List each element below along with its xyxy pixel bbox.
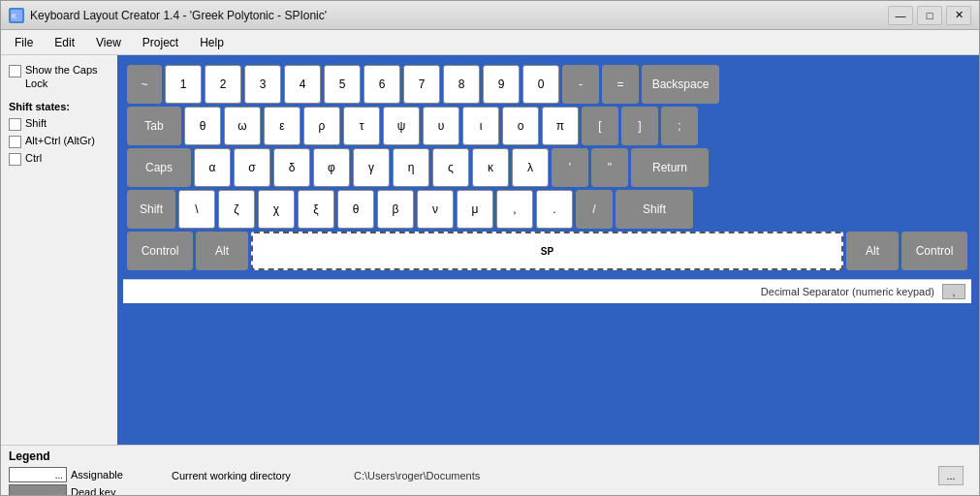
key-sigma[interactable]: σ [234, 148, 270, 187]
keyboard-container: ~ 1 2 3 4 5 6 7 8 9 0 - = Backspace Tab … [123, 61, 971, 277]
key-alt-right[interactable]: Alt [846, 232, 899, 270]
key-upsilon[interactable]: υ [423, 107, 459, 145]
menu-view[interactable]: View [86, 32, 131, 53]
cwd-browse-button[interactable]: ... [938, 466, 964, 485]
legend-title: Legend [9, 450, 164, 463]
caps-lock-checkbox[interactable] [9, 65, 21, 78]
minimize-button[interactable]: — [888, 6, 913, 25]
menu-help[interactable]: Help [190, 32, 234, 53]
decimal-label: Decimal Separator (numeric keypad) [761, 286, 934, 297]
keyboard-area: ~ 1 2 3 4 5 6 7 8 9 0 - = Backspace Tab … [117, 55, 979, 445]
key-2[interactable]: 2 [205, 65, 241, 104]
legend-items: ... Assignable ... Dead key ... Clipped … [9, 467, 164, 496]
key-space[interactable]: SP [251, 232, 843, 270]
key-shift-left[interactable]: Shift [127, 190, 175, 229]
key-tab[interactable]: Tab [127, 107, 181, 145]
key-iota[interactable]: ι [462, 107, 499, 145]
menu-bar: File Edit View Project Help [1, 30, 979, 55]
bottom-section: Legend ... Assignable ... Dead key ... C… [1, 445, 979, 496]
key-backspace[interactable]: Backspace [642, 65, 719, 104]
key-pi[interactable]: π [542, 107, 579, 145]
key-xi[interactable]: ξ [298, 190, 334, 229]
key-1[interactable]: 1 [165, 65, 202, 104]
key-backslash[interactable]: \ [178, 190, 215, 229]
key-row-2: Tab θ ω ε ρ τ ψ υ ι ο π [ ] ; [127, 107, 967, 145]
key-final-sigma[interactable]: ς [432, 148, 469, 187]
key-eta[interactable]: η [393, 148, 429, 187]
shift-states-section: Shift states: Shift Alt+Ctrl (AltGr) Ctr… [9, 101, 110, 166]
key-phi[interactable]: φ [313, 148, 350, 187]
deadkey-label: Dead key [71, 486, 115, 496]
key-period[interactable]: . [536, 190, 573, 229]
key-ctrl-left[interactable]: Control [127, 232, 193, 270]
altgr-label: Alt+Ctrl (AltGr) [25, 134, 95, 147]
key-alt-left[interactable]: Alt [196, 232, 248, 270]
menu-edit[interactable]: Edit [45, 32, 84, 53]
key-alpha[interactable]: α [194, 148, 231, 187]
close-button[interactable]: ✕ [946, 6, 971, 25]
maximize-button[interactable]: □ [917, 6, 942, 25]
shift-item-altgr: Alt+Ctrl (AltGr) [9, 134, 110, 148]
key-gamma[interactable]: γ [353, 148, 390, 187]
key-row-3: Caps α σ δ φ γ η ς κ λ ' " Return [127, 148, 967, 187]
key-return[interactable]: Return [631, 148, 709, 187]
key-tilde[interactable]: ~ [127, 65, 162, 104]
decimal-value: , [942, 284, 965, 299]
path-section: Current working directory C:\Users\roger… [164, 450, 971, 496]
key-bracket-close[interactable]: ] [621, 107, 658, 145]
key-tau[interactable]: τ [343, 107, 380, 145]
key-lambda[interactable]: λ [512, 148, 549, 187]
path-row-cwd: Current working directory C:\Users\roger… [164, 463, 971, 488]
ctrl-checkbox[interactable] [9, 153, 21, 166]
key-omicron[interactable]: ο [502, 107, 539, 145]
key-6[interactable]: 6 [364, 65, 400, 104]
key-4[interactable]: 4 [284, 65, 321, 104]
key-epsilon[interactable]: ε [264, 107, 300, 145]
key-theta2[interactable]: θ [337, 190, 374, 229]
sidebar: Show the Caps Lock Shift states: Shift A… [1, 55, 117, 445]
shift-item-ctrl: Ctrl [9, 151, 110, 166]
key-row-5: Control Alt SP Alt Control [127, 232, 967, 270]
key-slash[interactable]: / [576, 190, 613, 229]
key-8[interactable]: 8 [443, 65, 480, 104]
shift-checkbox[interactable] [9, 118, 21, 131]
key-zeta[interactable]: ζ [218, 190, 255, 229]
key-rho[interactable]: ρ [303, 107, 340, 145]
key-nu[interactable]: ν [417, 190, 454, 229]
app-icon: K [9, 8, 24, 23]
key-equals[interactable]: = [602, 65, 639, 104]
key-delta[interactable]: δ [273, 148, 310, 187]
altgr-checkbox[interactable] [9, 136, 21, 148]
key-3[interactable]: 3 [244, 65, 281, 104]
menu-file[interactable]: File [5, 32, 43, 53]
key-9[interactable]: 9 [483, 65, 520, 104]
shift-item-shift: Shift [9, 116, 110, 131]
key-psi[interactable]: ψ [383, 107, 420, 145]
shift-label: Shift [25, 116, 47, 130]
caps-lock-row: Show the Caps Lock [9, 63, 110, 91]
key-caps[interactable]: Caps [127, 148, 191, 187]
menu-project[interactable]: Project [133, 32, 188, 53]
key-comma[interactable]: , [496, 190, 533, 229]
key-quote[interactable]: " [591, 148, 628, 187]
key-ctrl-right[interactable]: Control [901, 232, 967, 270]
key-shift-right[interactable]: Shift [616, 190, 693, 229]
key-apostrophe[interactable]: ' [552, 148, 588, 187]
svg-text:K: K [12, 12, 17, 20]
ctrl-label: Ctrl [25, 151, 42, 165]
title-bar: K Keyboard Layout Creator 1.4 - 'Greek P… [1, 1, 979, 30]
key-bracket-open[interactable]: [ [582, 107, 618, 145]
path-row-layout: Built keyboard layout location ... [164, 492, 971, 496]
key-beta[interactable]: β [377, 190, 414, 229]
key-0[interactable]: 0 [522, 65, 559, 104]
key-omega[interactable]: ω [224, 107, 261, 145]
key-semicolon[interactable]: ; [661, 107, 698, 145]
key-kappa[interactable]: κ [472, 148, 509, 187]
key-5[interactable]: 5 [324, 65, 361, 104]
key-mu[interactable]: μ [457, 190, 493, 229]
key-minus[interactable]: - [562, 65, 599, 104]
main-content: Show the Caps Lock Shift states: Shift A… [1, 55, 979, 445]
key-chi[interactable]: χ [258, 190, 295, 229]
key-7[interactable]: 7 [403, 65, 440, 104]
key-theta[interactable]: θ [184, 107, 221, 145]
